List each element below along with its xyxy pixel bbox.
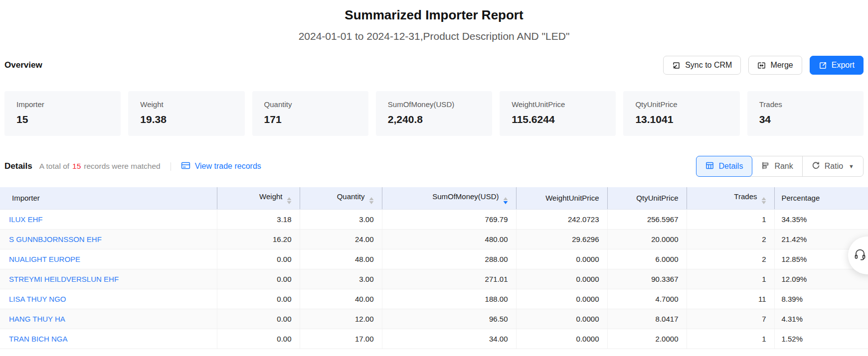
cell-qtyunitprice: 90.3367	[607, 269, 687, 289]
stat-value: 2,240.8	[388, 114, 480, 125]
cell-weightunitprice: 0.0000	[516, 329, 607, 349]
stat-value: 15	[16, 114, 109, 125]
stat-label: WeightUnitPrice	[512, 100, 604, 109]
view-trade-records-link[interactable]: View trade records	[181, 161, 261, 172]
cell-weightunitprice: 0.0000	[516, 249, 607, 269]
cell-weight: 0.00	[217, 269, 300, 289]
stat-label: Trades	[759, 100, 852, 109]
table-header-row: ImporterWeightQuantitySumOfMoney(USD)Wei…	[0, 187, 868, 209]
importer-link[interactable]: ILUX EHF	[9, 215, 43, 224]
details-heading: Details	[4, 161, 32, 171]
sort-carets-icon	[369, 197, 374, 204]
cell-percentage: 8.39%	[774, 289, 868, 309]
stat-value: 34	[759, 114, 852, 125]
cell-qtyunitprice: 6.0000	[607, 249, 687, 269]
column-header-label: Trades	[734, 192, 757, 201]
table-row: STREYMI HEILDVERSLUN EHF0.003.00271.010.…	[0, 269, 868, 289]
cell-quantity: 3.00	[300, 209, 382, 229]
cell-weightunitprice: 0.0000	[516, 289, 607, 309]
cell-weightunitprice: 0.0000	[516, 309, 607, 329]
cell-sumofmoney-usd-: 96.50	[382, 309, 516, 329]
stat-card-quantity: Quantity171	[252, 91, 368, 136]
cell-qtyunitprice: 2.0000	[607, 329, 687, 349]
cell-sumofmoney-usd-: 769.79	[382, 209, 516, 229]
stat-card-sumofmoney-usd-: SumOfMoney(USD)2,240.8	[376, 91, 492, 136]
page-title: Summarized Importer Report	[4, 0, 864, 23]
importer-link[interactable]: TRAN BICH NGA	[9, 335, 68, 343]
table-row: ILUX EHF3.183.00769.79242.0723256.596713…	[0, 209, 868, 229]
column-header-quantity[interactable]: Quantity	[300, 187, 382, 209]
match-count: 15	[69, 162, 84, 170]
cell-sumofmoney-usd-: 288.00	[382, 249, 516, 269]
importer-link[interactable]: HANG THUY HA	[9, 315, 65, 323]
importer-cell: STREYMI HEILDVERSLUN EHF	[0, 269, 217, 289]
sync-to-crm-icon	[672, 61, 681, 70]
sort-carets-icon	[761, 197, 766, 204]
column-header-label: QtyUnitPrice	[636, 194, 678, 202]
table-row: LISA THUY NGO0.0040.00188.000.00004.7000…	[0, 289, 868, 309]
tab-rank-label: Rank	[774, 162, 793, 171]
stat-label: Weight	[140, 100, 232, 109]
cell-quantity: 3.00	[300, 269, 382, 289]
importer-link[interactable]: STREYMI HEILDVERSLUN EHF	[9, 275, 119, 283]
cell-qtyunitprice: 256.5967	[607, 209, 687, 229]
view-trade-records-label: View trade records	[195, 162, 261, 171]
cell-weight: 3.18	[217, 209, 300, 229]
importer-link[interactable]: LISA THUY NGO	[9, 295, 66, 303]
overview-heading: Overview	[4, 60, 42, 70]
cell-qtyunitprice: 20.0000	[607, 229, 687, 249]
cell-weightunitprice: 0.0000	[516, 269, 607, 289]
stat-label: SumOfMoney(USD)	[388, 100, 480, 109]
stat-value: 19.38	[140, 114, 232, 125]
merge-button[interactable]: Merge	[748, 56, 802, 75]
cell-sumofmoney-usd-: 34.00	[382, 329, 516, 349]
report-subtitle: 2024-01-01 to 2024-12-31,Product Descrip…	[4, 30, 864, 42]
vertical-divider	[171, 162, 171, 171]
cell-weightunitprice: 242.0723	[516, 209, 607, 229]
importer-cell: ILUX EHF	[0, 209, 217, 229]
cell-quantity: 17.00	[300, 329, 382, 349]
cell-trades: 11	[687, 289, 774, 309]
table-row: S GUNNBJORNSSON EHF16.2024.00480.0029.62…	[0, 229, 868, 249]
export-button[interactable]: Export	[810, 56, 864, 75]
stat-value: 171	[264, 114, 356, 125]
ratio-icon	[812, 161, 820, 172]
stat-value: 13.1041	[635, 114, 727, 125]
cell-sumofmoney-usd-: 480.00	[382, 229, 516, 249]
table-icon	[705, 161, 714, 172]
column-header-sumofmoney-usd-[interactable]: SumOfMoney(USD)	[382, 187, 516, 209]
importer-link[interactable]: NUALIGHT EUROPE	[9, 255, 80, 263]
stat-value: 115.6244	[512, 114, 604, 125]
tab-details-label: Details	[718, 162, 743, 171]
importer-cell: S GUNNBJORNSSON EHF	[0, 229, 217, 249]
cell-percentage: 1.52%	[774, 329, 868, 349]
column-header-weight[interactable]: Weight	[217, 187, 300, 209]
cell-qtyunitprice: 4.7000	[607, 289, 687, 309]
export-icon	[819, 61, 827, 70]
table-row: TRAN BICH NGA0.0017.0034.000.00002.00001…	[0, 329, 868, 349]
importer-link[interactable]: S GUNNBJORNSSON EHF	[9, 235, 102, 243]
cell-weight: 16.20	[217, 229, 300, 249]
column-header-label: SumOfMoney(USD)	[432, 192, 499, 201]
importer-cell: TRAN BICH NGA	[0, 329, 217, 349]
stat-label: QtyUnitPrice	[635, 100, 727, 109]
column-header-trades[interactable]: Trades	[687, 187, 774, 209]
tab-details[interactable]: Details	[696, 156, 752, 177]
tab-ratio[interactable]: Ratio ▼	[802, 156, 863, 176]
cell-qtyunitprice: 8.0417	[607, 309, 687, 329]
cell-trades: 1	[687, 269, 774, 289]
stat-card-qtyunitprice: QtyUnitPrice13.1041	[623, 91, 739, 136]
cell-percentage: 4.31%	[774, 309, 868, 329]
stat-card-trades: Trades34	[747, 91, 864, 136]
importer-cell: NUALIGHT EUROPE	[0, 249, 217, 269]
importer-cell: HANG THUY HA	[0, 309, 217, 329]
cell-weight: 0.00	[217, 329, 300, 349]
tab-rank[interactable]: Rank	[752, 156, 802, 176]
stat-card-weight: Weight19.38	[128, 91, 244, 136]
cell-weight: 0.00	[217, 309, 300, 329]
match-summary: A total of15records were matched	[39, 162, 161, 171]
cell-sumofmoney-usd-: 188.00	[382, 289, 516, 309]
stat-card-importer: Importer15	[4, 91, 121, 136]
cell-trades: 1	[687, 329, 774, 349]
sync-to-crm-button[interactable]: Sync to CRM	[663, 56, 741, 75]
